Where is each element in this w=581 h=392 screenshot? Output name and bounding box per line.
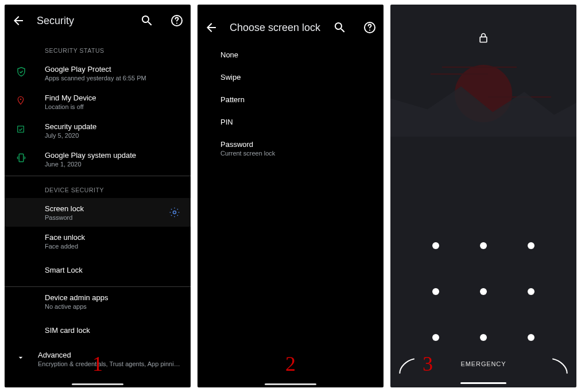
section-label-status: SECURITY STATUS	[5, 37, 191, 59]
option-pattern[interactable]: Pattern	[197, 88, 384, 111]
chevron-down-icon	[16, 353, 25, 364]
svg-rect-3	[18, 126, 24, 133]
option-label: Password	[220, 140, 374, 149]
pattern-dot[interactable]	[528, 334, 534, 341]
row-security-update[interactable]: Security update July 5, 2020	[5, 116, 191, 145]
pattern-dot[interactable]	[480, 288, 487, 295]
search-icon[interactable]	[140, 14, 154, 28]
screen-lockscreen: EMERGENCY 3	[390, 5, 576, 387]
svg-point-1	[176, 23, 177, 24]
pattern-dot[interactable]	[528, 242, 534, 249]
nav-handle[interactable]	[265, 383, 316, 385]
row-label: Google Play Protect	[45, 65, 181, 73]
step-number: 3	[423, 352, 433, 376]
row-sub: June 1, 2020	[45, 161, 181, 168]
row-find-device[interactable]: Find My Device Location is off	[5, 87, 191, 116]
shield-check-icon	[16, 67, 26, 79]
wallpaper-line	[442, 67, 517, 68]
step-number: 2	[285, 352, 296, 376]
option-label: None	[220, 51, 374, 59]
help-icon[interactable]	[170, 14, 184, 28]
app-bar: Security	[5, 5, 191, 37]
row-sub: Encryption & credentials, Trust agents, …	[38, 360, 181, 367]
gear-icon[interactable]	[169, 207, 180, 218]
row-sub: Face added	[45, 243, 181, 250]
svg-point-5	[173, 211, 176, 214]
option-label: PIN	[220, 118, 374, 126]
svg-point-7	[369, 30, 370, 31]
row-play-protect[interactable]: Google Play Protect Apps scanned yesterd…	[5, 59, 191, 87]
row-label: SIM card lock	[45, 326, 181, 335]
row-face-unlock[interactable]: Face unlock Face added	[5, 227, 191, 255]
row-smart-lock[interactable]: Smart Lock	[5, 255, 191, 284]
emergency-button[interactable]: EMERGENCY	[390, 360, 576, 367]
row-sub: Password	[45, 214, 162, 221]
svg-rect-4	[19, 154, 24, 162]
page-title: Choose screen lock	[230, 22, 322, 34]
section-label-device: DEVICE SECURITY	[5, 176, 191, 198]
option-swipe[interactable]: Swipe	[197, 66, 384, 88]
row-screen-lock[interactable]: Screen lock Password	[5, 198, 191, 227]
update-icon	[16, 153, 26, 165]
pattern-grid[interactable]	[390, 223, 576, 360]
row-system-update[interactable]: Google Play system update June 1, 2020	[5, 145, 191, 173]
svg-rect-8	[480, 37, 487, 42]
svg-point-2	[20, 99, 21, 99]
option-password[interactable]: Password Current screen lock	[197, 133, 384, 164]
nav-handle[interactable]	[460, 382, 506, 384]
row-label: Advanced	[38, 351, 181, 359]
row-label: Smart Lock	[45, 266, 181, 274]
pattern-dot[interactable]	[432, 242, 439, 249]
row-label: Face unlock	[45, 233, 181, 242]
row-sub: No active apps	[45, 303, 181, 310]
page-title: Security	[37, 15, 129, 27]
pattern-dot[interactable]	[480, 242, 487, 249]
wallpaper-line	[431, 73, 488, 75]
corner-swipe-right[interactable]	[550, 356, 570, 376]
screen-security: Security SECURITY STATUS Google Play Pro…	[5, 5, 191, 387]
screen-choose-lock: Choose screen lock None Swipe Pattern PI…	[197, 5, 384, 387]
location-warn-icon	[16, 95, 25, 108]
option-label: Pattern	[220, 95, 374, 104]
pattern-dot[interactable]	[432, 334, 439, 341]
row-label: Security update	[45, 122, 181, 131]
option-label: Swipe	[220, 73, 374, 81]
nav-handle[interactable]	[72, 383, 123, 385]
pattern-dot[interactable]	[528, 288, 534, 295]
option-sub: Current screen lock	[220, 150, 374, 157]
back-icon[interactable]	[204, 21, 218, 34]
lock-icon	[478, 32, 489, 44]
pattern-dot[interactable]	[432, 288, 439, 295]
back-icon[interactable]	[11, 14, 25, 28]
help-icon[interactable]	[363, 21, 377, 34]
option-pin[interactable]: PIN	[197, 111, 384, 133]
row-admin-apps[interactable]: Device admin apps No active apps	[5, 287, 191, 316]
row-label: Screen lock	[45, 204, 162, 213]
corner-swipe-left[interactable]	[397, 356, 417, 376]
row-sim-lock[interactable]: SIM card lock	[5, 316, 191, 344]
row-sub: Location is off	[45, 103, 181, 110]
step-number: 1	[92, 352, 103, 376]
row-label: Find My Device	[45, 94, 181, 102]
row-sub: July 5, 2020	[45, 132, 181, 139]
search-icon[interactable]	[333, 21, 347, 34]
app-bar: Choose screen lock	[197, 11, 384, 44]
row-label: Google Play system update	[45, 151, 181, 160]
row-sub: Apps scanned yesterday at 6:55 PM	[45, 75, 181, 81]
row-label: Device admin apps	[45, 293, 181, 302]
calendar-check-icon	[16, 124, 25, 137]
option-none[interactable]: None	[197, 44, 384, 66]
pattern-dot[interactable]	[480, 334, 487, 341]
